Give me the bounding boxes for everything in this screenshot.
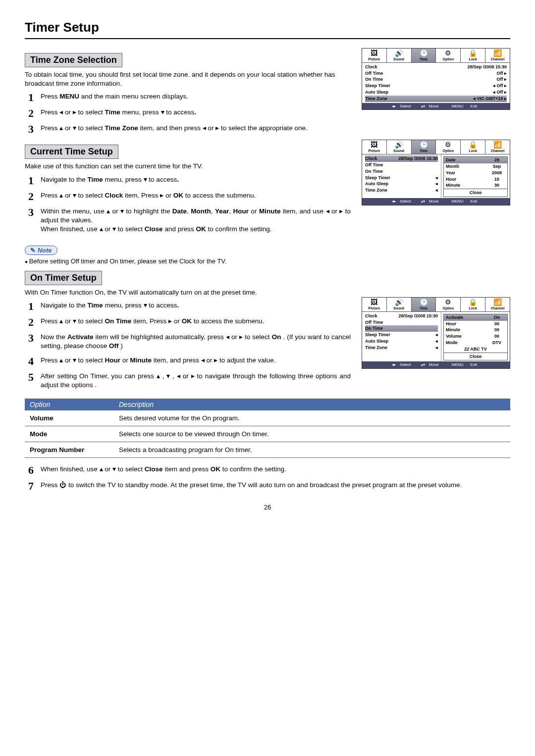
ot-step-7: Press ⏻ to switch the TV to standby mode…	[41, 481, 510, 492]
section-title-ot: On Timer Setup	[25, 271, 102, 285]
ct-step-1: Navigate to the Time menu, press ▾ to ac…	[41, 175, 351, 186]
note-badge: Note	[25, 246, 57, 255]
note-text: Before setting Off timer and On timer, p…	[25, 257, 351, 266]
table-row: VolumeSets desired volume for the On pro…	[25, 410, 510, 426]
step-number: 3	[25, 207, 34, 234]
ot-step-1: Navigate to the Time menu, press ▾ to ac…	[41, 301, 351, 312]
page-number: 26	[25, 504, 510, 511]
table-row: Program NumberSelects a broadcasting pro…	[25, 442, 510, 457]
tz-step-2: Press ◂ or ▸ to select Time menu, press …	[41, 108, 351, 119]
table-row: ModeSelects one source to be viewed thro…	[25, 426, 510, 442]
ot-step-4: Press ▴ or ▾ to select Hour or Minute it…	[41, 356, 351, 367]
title-rule	[25, 38, 510, 39]
lock-icon: 🔒	[461, 50, 485, 56]
ct-intro: Make use of this function can set the cu…	[25, 162, 351, 171]
ct-step-3: Within the menu, use ▴ or ▾ to highlight…	[41, 207, 351, 234]
step-number: 4	[25, 356, 34, 367]
osd-tabs: 🖼Picture 🔊Sound 🕑Time ⚙Option 🔒Lock 📶Cha…	[362, 49, 510, 63]
step-number: 7	[25, 481, 34, 492]
step-number: 2	[25, 191, 34, 202]
step-number: 2	[25, 317, 34, 328]
osd-panel-timezone: 🖼Picture 🔊Sound 🕑Time ⚙Option 🔒Lock 📶Cha…	[362, 48, 510, 110]
osd-footer: ◂▸ Select ▴▾ Move MENU Exit	[362, 103, 510, 110]
step-number: 1	[25, 301, 34, 312]
step-number: 1	[25, 92, 34, 103]
step-number: 3	[25, 124, 34, 135]
osd-panel-ontimer: 🖼Picture 🔊Sound 🕑Time ⚙Option 🔒Lock 📶Cha…	[362, 297, 510, 369]
ot-step-5: After setting On Timer, you can press ▴ …	[41, 372, 351, 390]
picture-icon: 🖼	[362, 50, 386, 56]
ot-intro: With On Timer function On, the TV will a…	[25, 288, 510, 297]
step-number: 2	[25, 108, 34, 119]
channel-icon: 📶	[485, 50, 510, 56]
tz-step-3: Press ▴ or ▾ to select Time Zone item, a…	[41, 124, 351, 135]
step-number: 1	[25, 175, 34, 186]
section-title-tz: Time Zone Selection	[25, 53, 122, 67]
step-number: 6	[25, 465, 34, 476]
ot-step-6: When finished, use ▴ or ▾ to select Clos…	[41, 465, 510, 476]
section-title-ct: Current Time Setup	[25, 145, 118, 159]
osd-panel-clock: 🖼Picture 🔊Sound 🕑Time ⚙Option 🔒Lock 📶Cha…	[362, 140, 510, 205]
sound-icon: 🔊	[387, 50, 411, 56]
time-icon: 🕑	[412, 50, 436, 56]
ct-step-2: Press ▴ or ▾ to select Clock item, Press…	[41, 191, 351, 202]
ot-step-3: Now the Activate item will be highlighte…	[41, 333, 351, 351]
ot-step-2: Press ▴ or ▾ to select On Time item, Pre…	[41, 317, 351, 328]
options-table: OptionDescription VolumeSets desired vol…	[25, 399, 510, 458]
step-number: 3	[25, 333, 34, 351]
step-number: 5	[25, 372, 34, 390]
page-title: Timer Setup	[25, 20, 510, 35]
tz-intro: To obtain local time, you should first s…	[25, 70, 351, 88]
option-icon: ⚙	[436, 50, 460, 56]
tz-step-1: Press MENU and the main menu screen disp…	[41, 92, 351, 103]
